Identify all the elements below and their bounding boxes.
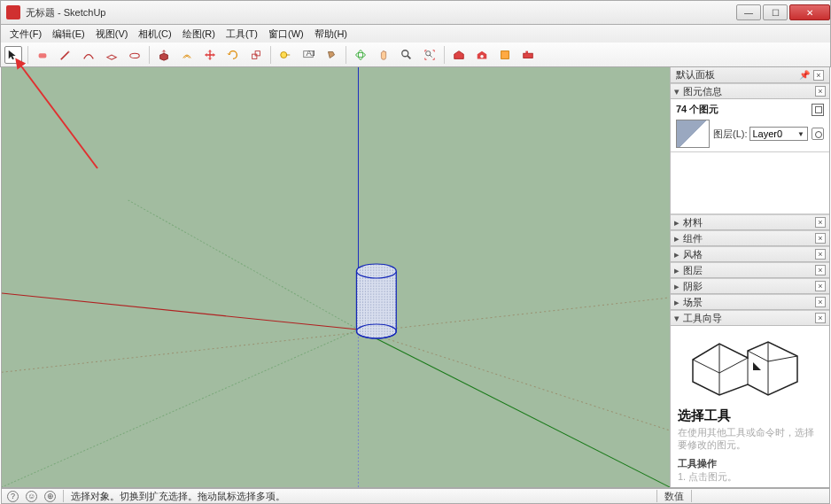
status-bar: ? ☺ ⊕ 选择对象。切换到扩充选择。拖动鼠标选择多项。 数值 — [1, 488, 830, 504]
toolbar-separator — [270, 46, 271, 64]
tray-title: 默认面板 — [676, 68, 715, 81]
panel-header-instructor[interactable]: ▾工具向导× — [671, 310, 829, 326]
panel-header-scenes[interactable]: ▸场景× — [671, 294, 829, 310]
tool-rect[interactable] — [103, 46, 120, 64]
tool-move[interactable] — [201, 46, 219, 64]
menu-view[interactable]: 视图(V) — [90, 27, 134, 41]
tool-paint[interactable] — [322, 46, 340, 64]
tool-arc[interactable] — [80, 46, 97, 64]
panel-header-styles[interactable]: ▸风格× — [671, 246, 829, 262]
layer-select-value: Layer0 — [753, 128, 783, 139]
panel-title: 图元信息 — [683, 85, 722, 98]
panel-close-button[interactable]: × — [815, 233, 826, 244]
instructor-keys-header: 功能键 — [678, 486, 822, 487]
toolbar-separator — [444, 46, 445, 64]
menu-edit[interactable]: 编辑(E) — [47, 27, 90, 41]
entity-options-icon[interactable] — [812, 104, 824, 116]
tool-select[interactable] — [4, 46, 22, 64]
menu-tools[interactable]: 工具(T) — [221, 27, 263, 41]
close-button[interactable]: ✕ — [789, 4, 830, 20]
instructor-body: 选择工具 在使用其他工具或命令时，选择要修改的图元。 工具操作 1. 点击图元。… — [671, 326, 829, 487]
tool-tape[interactable] — [276, 46, 294, 64]
svg-rect-3 — [255, 50, 260, 55]
tray-close-button[interactable]: × — [813, 70, 824, 81]
menu-camera[interactable]: 相机(C) — [133, 27, 176, 41]
tool-zoom-extents[interactable] — [421, 46, 439, 64]
tool-orbit[interactable] — [352, 46, 369, 64]
toolbar: A1 — [0, 43, 831, 67]
svg-point-7 — [356, 52, 366, 57]
maximize-button[interactable]: ☐ — [763, 4, 788, 20]
tool-ext-warehouse[interactable] — [473, 46, 491, 64]
tool-extensions[interactable] — [519, 46, 537, 64]
tool-layout[interactable] — [496, 46, 514, 64]
status-icon-user[interactable]: ☺ — [26, 491, 37, 502]
menu-window[interactable]: 窗口(W) — [263, 27, 309, 41]
svg-point-11 — [480, 55, 484, 58]
toolbar-separator — [149, 46, 150, 64]
instructor-tool-name: 选择工具 — [678, 407, 822, 424]
svg-text:A1: A1 — [306, 49, 315, 58]
panel-header-components[interactable]: ▸组件× — [671, 230, 829, 246]
main-area: 默认面板 📌 × ▾ 图元信息 × 74 个图元 图层(L): — [1, 67, 830, 488]
svg-point-26 — [356, 264, 396, 278]
panel-header-materials[interactable]: ▸材料× — [671, 214, 829, 230]
svg-rect-0 — [39, 53, 47, 58]
tool-pushpull[interactable] — [155, 46, 173, 64]
window-title: 无标题 - SketchUp — [26, 6, 734, 19]
menu-help[interactable]: 帮助(H) — [309, 27, 353, 41]
panel-header-entity-info[interactable]: ▾ 图元信息 × — [671, 83, 829, 99]
material-swatch[interactable] — [676, 120, 710, 148]
status-hint: 选择对象。切换到扩充选择。拖动鼠标选择多项。 — [71, 490, 285, 503]
panel-close-button[interactable]: × — [815, 313, 826, 323]
entity-count: 74 个图元 — [676, 103, 718, 116]
right-panel-stack: 默认面板 📌 × ▾ 图元信息 × 74 个图元 图层(L): — [670, 67, 829, 487]
svg-point-9 — [402, 50, 408, 56]
pin-icon[interactable]: 📌 — [799, 70, 810, 80]
layer-select[interactable]: Layer0 ▼ — [749, 127, 809, 141]
menu-bar: 文件(F) 编辑(E) 视图(V) 相机(C) 绘图(R) 工具(T) 窗口(W… — [0, 25, 831, 43]
tool-warehouse[interactable] — [450, 46, 468, 64]
chevron-down-icon: ▼ — [797, 130, 804, 138]
panel-close-button[interactable]: × — [815, 249, 826, 260]
toolbar-separator — [346, 46, 346, 64]
tool-line[interactable] — [57, 46, 74, 64]
svg-rect-14 — [525, 50, 528, 53]
tool-rotate[interactable] — [224, 46, 242, 64]
tool-scale[interactable] — [247, 46, 265, 64]
tool-zoom[interactable] — [398, 46, 416, 64]
menu-draw[interactable]: 绘图(R) — [177, 27, 221, 41]
minimize-button[interactable]: — — [736, 4, 761, 20]
instructor-illustration — [678, 331, 822, 402]
tool-pan[interactable] — [375, 46, 392, 64]
visibility-toggle[interactable] — [812, 128, 824, 140]
status-icon-geo[interactable]: ⊕ — [44, 491, 56, 502]
entity-info-body: 74 个图元 图层(L): Layer0 ▼ — [671, 99, 829, 152]
tool-text[interactable]: A1 — [299, 46, 317, 64]
tool-eraser[interactable] — [34, 46, 51, 64]
svg-rect-2 — [252, 54, 257, 58]
panel-close-button[interactable]: × — [815, 86, 826, 97]
entity-info-extra — [671, 152, 829, 214]
collapse-icon: ▾ — [674, 86, 683, 97]
panel-close-button[interactable]: × — [815, 297, 826, 307]
panel-close-button[interactable]: × — [815, 217, 826, 228]
panel-header-layers[interactable]: ▸图层× — [671, 262, 829, 278]
app-icon — [6, 5, 20, 19]
tool-offset[interactable] — [178, 46, 196, 64]
panel-close-button[interactable]: × — [815, 281, 826, 291]
instructor-desc: 在使用其他工具或命令时，选择要修改的图元。 — [678, 426, 822, 452]
status-icon-info[interactable]: ? — [7, 491, 19, 502]
panel-close-button[interactable]: × — [815, 265, 826, 275]
tray-header[interactable]: 默认面板 📌 × — [671, 67, 829, 83]
panel-header-shadows[interactable]: ▸阴影× — [671, 278, 829, 294]
svg-rect-15 — [2, 67, 670, 487]
tool-circle[interactable] — [126, 46, 144, 64]
menu-file[interactable]: 文件(F) — [4, 27, 47, 41]
status-value-label: 数值 — [664, 490, 684, 503]
instructor-ops-1: 1. 点击图元。 — [678, 470, 822, 483]
instructor-ops-header: 工具操作 — [678, 457, 822, 470]
svg-rect-12 — [501, 50, 509, 58]
viewport[interactable] — [2, 67, 670, 487]
status-value-field[interactable] — [691, 490, 824, 502]
